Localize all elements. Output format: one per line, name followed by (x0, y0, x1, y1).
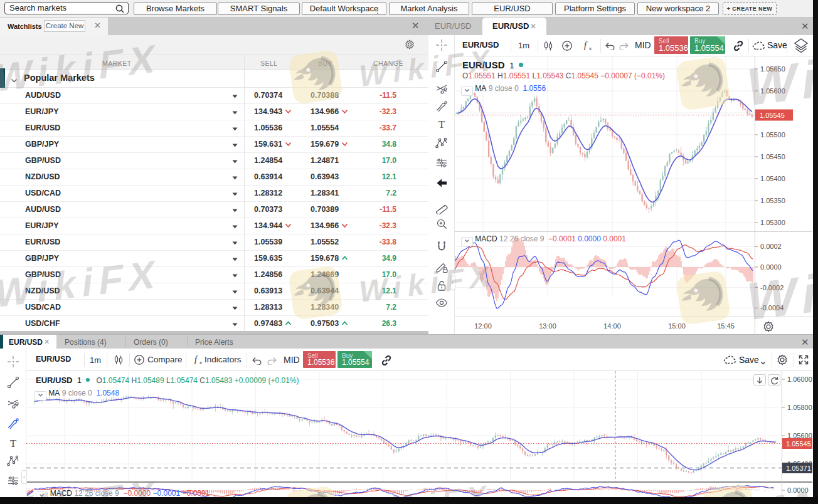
svg-text:1.05371: 1.05371 (786, 465, 811, 472)
svg-text:0.0000: 0.0000 (760, 263, 782, 271)
svg-text:1.05600: 1.05600 (760, 87, 785, 95)
svg-text:T: T (9, 438, 16, 449)
svg-text:f: f (584, 41, 588, 50)
svg-text:1.05650: 1.05650 (760, 65, 785, 73)
svg-text:1.05800: 1.05800 (787, 404, 812, 411)
svg-text:1.05545: 1.05545 (760, 112, 785, 119)
svg-text:0.0002: 0.0002 (760, 243, 782, 250)
svg-text:-0.0002: -0.0002 (760, 284, 783, 291)
svg-text:-0.0004: -0.0004 (760, 304, 783, 312)
svg-text:1.05350: 1.05350 (760, 197, 785, 204)
svg-text:12:00: 12:00 (474, 322, 492, 330)
svg-text:1.05300: 1.05300 (760, 219, 785, 226)
svg-text:15:00: 15:00 (668, 322, 686, 330)
svg-text:0.0000: 0.0000 (787, 486, 809, 494)
svg-text:x: x (199, 360, 202, 365)
svg-text:x: x (589, 46, 592, 51)
svg-text:f: f (194, 355, 198, 364)
svg-text:14:00: 14:00 (603, 322, 621, 330)
svg-text:1.05545: 1.05545 (786, 440, 811, 448)
svg-text:1.05450: 1.05450 (760, 153, 785, 160)
svg-text:T: T (438, 118, 445, 130)
svg-text:1.05400: 1.05400 (760, 175, 785, 182)
svg-text:1.06000: 1.06000 (787, 375, 812, 383)
svg-text:15:45: 15:45 (717, 322, 735, 330)
svg-text:13:00: 13:00 (539, 322, 556, 330)
svg-text:1.05500: 1.05500 (760, 131, 785, 139)
